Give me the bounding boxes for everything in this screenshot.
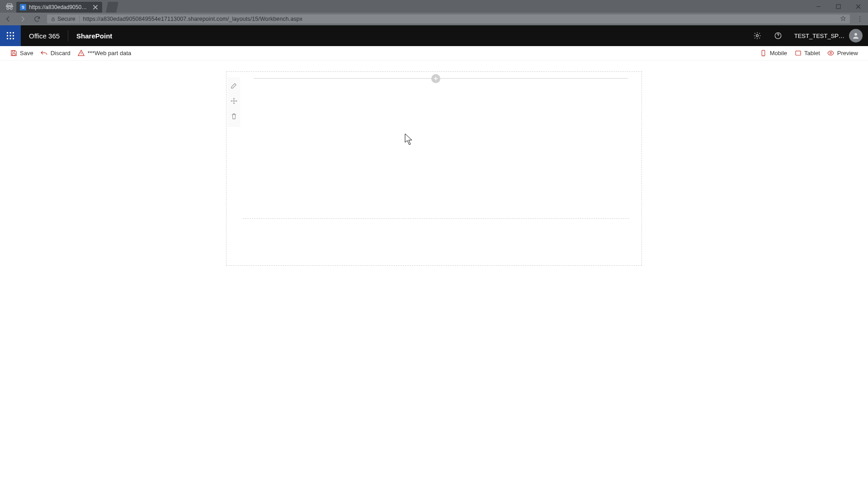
tablet-view-button[interactable]: Tablet xyxy=(791,46,824,61)
app-launcher-button[interactable] xyxy=(0,25,21,46)
svg-rect-10 xyxy=(13,35,14,37)
suite-brand[interactable]: Office 365 xyxy=(21,30,68,41)
move-icon xyxy=(231,98,237,104)
svg-rect-8 xyxy=(7,35,8,37)
help-button[interactable] xyxy=(768,25,788,46)
tab-title: https://a830edad905084… xyxy=(29,4,90,10)
save-label: Save xyxy=(20,50,33,56)
browser-tab[interactable]: S https://a830edad905084… xyxy=(16,2,102,13)
undo-icon xyxy=(41,50,48,57)
avatar xyxy=(849,29,863,42)
save-button[interactable]: Save xyxy=(6,46,37,61)
user-menu[interactable]: TEST_TEST_SP… xyxy=(789,29,865,42)
svg-point-16 xyxy=(854,33,857,36)
svg-rect-7 xyxy=(13,32,14,33)
svg-rect-11 xyxy=(7,38,8,39)
section-toolbar xyxy=(227,77,240,127)
user-name: TEST_TEST_SP… xyxy=(794,33,844,39)
warning-icon xyxy=(78,50,85,57)
svg-rect-9 xyxy=(10,35,11,37)
tablet-icon xyxy=(794,50,802,57)
tablet-label: Tablet xyxy=(804,50,820,56)
svg-rect-13 xyxy=(13,38,14,39)
section[interactable] xyxy=(226,71,642,266)
lock-icon xyxy=(51,17,56,22)
secure-badge: Secure xyxy=(51,16,80,22)
svg-rect-12 xyxy=(10,38,11,39)
svg-point-3 xyxy=(859,19,860,19)
suite-app-name[interactable]: SharePoint xyxy=(68,32,120,40)
save-icon xyxy=(10,50,17,57)
svg-point-23 xyxy=(830,52,832,54)
trash-icon xyxy=(231,113,237,120)
window-close-button[interactable] xyxy=(848,0,868,13)
command-bar: Save Discard ***Web part data Mobile Tab… xyxy=(0,46,868,61)
add-webpart-button[interactable] xyxy=(431,74,440,83)
svg-rect-5 xyxy=(7,32,8,33)
webpart-data-button[interactable]: ***Web part data xyxy=(74,46,135,61)
canvas xyxy=(226,71,642,488)
gear-icon xyxy=(753,32,761,40)
person-icon xyxy=(852,32,860,40)
browser-tab-strip: S https://a830edad905084… xyxy=(0,0,868,13)
new-tab-button[interactable] xyxy=(106,2,118,13)
waffle-icon xyxy=(6,32,14,40)
svg-point-4 xyxy=(859,21,860,22)
tab-close-icon[interactable] xyxy=(92,4,99,10)
mobile-view-button[interactable]: Mobile xyxy=(756,46,791,61)
zone-divider xyxy=(243,218,629,219)
help-icon xyxy=(774,32,782,40)
suite-bar: Office 365 SharePoint TEST_TEST_SP… xyxy=(0,25,868,46)
window-controls xyxy=(808,0,868,13)
bookmark-star-icon[interactable] xyxy=(840,15,846,23)
url-text: https://a830edad9050849554e17113007.shar… xyxy=(83,16,303,22)
nav-reload-button[interactable] xyxy=(33,14,42,23)
add-webpart-line xyxy=(254,78,628,79)
nav-forward-button[interactable] xyxy=(18,14,27,23)
svg-point-14 xyxy=(756,35,758,37)
edit-section-button[interactable] xyxy=(229,81,238,90)
preview-button[interactable]: Preview xyxy=(824,46,862,61)
mobile-icon xyxy=(760,50,767,57)
delete-section-button[interactable] xyxy=(229,112,238,121)
window-minimize-button[interactable] xyxy=(808,0,828,13)
eye-icon xyxy=(827,50,835,57)
browser-address-bar: Secure https://a830edad9050849554e171130… xyxy=(0,13,868,25)
mobile-label: Mobile xyxy=(770,50,787,56)
browser-menu-button[interactable] xyxy=(855,14,864,23)
discard-label: Discard xyxy=(51,50,71,56)
incognito-icon xyxy=(5,1,14,11)
svg-rect-0 xyxy=(836,5,840,9)
address-input[interactable]: Secure https://a830edad9050849554e171130… xyxy=(47,14,850,23)
tab-favicon-icon: S xyxy=(20,4,26,10)
edit-icon xyxy=(231,82,237,89)
preview-label: Preview xyxy=(837,50,858,56)
svg-point-22 xyxy=(799,53,800,53)
settings-button[interactable] xyxy=(747,25,767,46)
secure-label: Secure xyxy=(57,16,75,22)
move-section-button[interactable] xyxy=(229,96,238,105)
svg-point-2 xyxy=(859,16,860,17)
page-canvas-wrap xyxy=(0,61,868,488)
svg-rect-1 xyxy=(52,19,55,21)
discard-button[interactable]: Discard xyxy=(37,46,74,61)
nav-back-button[interactable] xyxy=(4,14,13,23)
webpart-data-label: ***Web part data xyxy=(88,50,132,56)
svg-rect-6 xyxy=(10,32,11,33)
window-maximize-button[interactable] xyxy=(828,0,848,13)
svg-point-20 xyxy=(763,55,764,56)
svg-rect-18 xyxy=(12,53,15,55)
plus-icon xyxy=(433,76,439,81)
